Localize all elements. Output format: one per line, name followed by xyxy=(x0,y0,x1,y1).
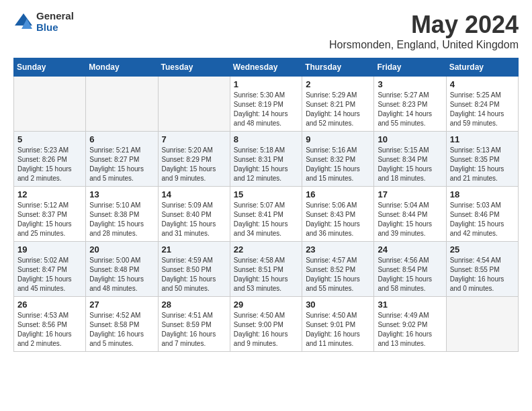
day-number: 16 xyxy=(306,189,370,199)
calendar-cell: 24Sunrise: 4:56 AMSunset: 8:54 PMDayligh… xyxy=(374,242,446,297)
calendar-cell: 3Sunrise: 5:27 AMSunset: 8:23 PMDaylight… xyxy=(374,77,446,132)
day-number: 10 xyxy=(378,134,442,144)
calendar-cell: 13Sunrise: 5:10 AMSunset: 8:38 PMDayligh… xyxy=(86,187,158,242)
day-header-sunday: Sunday xyxy=(14,58,86,77)
calendar-cell: 9Sunrise: 5:16 AMSunset: 8:32 PMDaylight… xyxy=(302,132,374,187)
day-number: 2 xyxy=(306,79,370,89)
calendar-cell: 30Sunrise: 4:50 AMSunset: 9:01 PMDayligh… xyxy=(302,297,374,352)
day-number: 26 xyxy=(17,300,82,310)
calendar-table: SundayMondayTuesdayWednesdayThursdayFrid… xyxy=(13,58,519,352)
day-number: 9 xyxy=(306,134,370,144)
day-info: Sunrise: 4:51 AMSunset: 8:59 PMDaylight:… xyxy=(162,311,226,349)
week-row-3: 12Sunrise: 5:12 AMSunset: 8:37 PMDayligh… xyxy=(14,187,519,242)
calendar-cell: 15Sunrise: 5:07 AMSunset: 8:41 PMDayligh… xyxy=(230,187,302,242)
calendar-cell: 11Sunrise: 5:13 AMSunset: 8:35 PMDayligh… xyxy=(446,132,518,187)
svg-marker-0 xyxy=(15,13,32,26)
week-row-1: 1Sunrise: 5:30 AMSunset: 8:19 PMDaylight… xyxy=(14,77,519,132)
day-number: 5 xyxy=(17,134,82,144)
calendar-cell: 14Sunrise: 5:09 AMSunset: 8:40 PMDayligh… xyxy=(158,187,230,242)
day-number: 30 xyxy=(306,300,370,310)
day-info: Sunrise: 5:12 AMSunset: 8:37 PMDaylight:… xyxy=(17,201,82,238)
calendar-header: SundayMondayTuesdayWednesdayThursdayFrid… xyxy=(14,58,519,77)
day-info: Sunrise: 5:16 AMSunset: 8:32 PMDaylight:… xyxy=(306,146,370,183)
day-info: Sunrise: 5:21 AMSunset: 8:27 PMDaylight:… xyxy=(89,146,154,183)
calendar-cell: 16Sunrise: 5:06 AMSunset: 8:43 PMDayligh… xyxy=(302,187,374,242)
calendar-cell: 23Sunrise: 4:57 AMSunset: 8:52 PMDayligh… xyxy=(302,242,374,297)
main-title: May 2024 xyxy=(329,11,519,39)
week-row-4: 19Sunrise: 5:02 AMSunset: 8:47 PMDayligh… xyxy=(14,242,519,297)
day-header-thursday: Thursday xyxy=(302,58,374,77)
calendar-cell: 1Sunrise: 5:30 AMSunset: 8:19 PMDaylight… xyxy=(230,77,302,132)
subtitle: Horsmonden, England, United Kingdom xyxy=(329,39,519,51)
page-header: General Blue May 2024 Horsmonden, Englan… xyxy=(13,11,519,51)
day-number: 22 xyxy=(234,244,298,255)
day-info: Sunrise: 4:49 AMSunset: 9:02 PMDaylight:… xyxy=(378,311,442,349)
day-number: 31 xyxy=(378,300,442,310)
day-number: 24 xyxy=(378,244,442,255)
calendar-cell: 19Sunrise: 5:02 AMSunset: 8:47 PMDayligh… xyxy=(14,242,86,297)
calendar-cell: 22Sunrise: 4:58 AMSunset: 8:51 PMDayligh… xyxy=(230,242,302,297)
day-info: Sunrise: 5:23 AMSunset: 8:26 PMDaylight:… xyxy=(17,146,82,183)
day-info: Sunrise: 5:15 AMSunset: 8:34 PMDaylight:… xyxy=(378,146,442,183)
calendar-cell xyxy=(14,77,86,132)
logo-icon xyxy=(13,12,34,32)
week-row-5: 26Sunrise: 4:53 AMSunset: 8:56 PMDayligh… xyxy=(14,297,519,352)
logo-blue-label: Blue xyxy=(36,22,74,34)
day-info: Sunrise: 4:57 AMSunset: 8:52 PMDaylight:… xyxy=(306,256,370,293)
day-info: Sunrise: 4:58 AMSunset: 8:51 PMDaylight:… xyxy=(234,256,298,293)
day-header-friday: Friday xyxy=(374,58,446,77)
calendar-cell: 31Sunrise: 4:49 AMSunset: 9:02 PMDayligh… xyxy=(374,297,446,352)
day-info: Sunrise: 5:13 AMSunset: 8:35 PMDaylight:… xyxy=(450,146,515,183)
calendar-cell: 6Sunrise: 5:21 AMSunset: 8:27 PMDaylight… xyxy=(86,132,158,187)
day-info: Sunrise: 5:00 AMSunset: 8:48 PMDaylight:… xyxy=(89,256,154,293)
day-header-wednesday: Wednesday xyxy=(230,58,302,77)
calendar-cell xyxy=(158,77,230,132)
day-number: 3 xyxy=(378,79,442,89)
calendar-cell: 29Sunrise: 4:50 AMSunset: 9:00 PMDayligh… xyxy=(230,297,302,352)
calendar-cell: 4Sunrise: 5:25 AMSunset: 8:24 PMDaylight… xyxy=(446,77,518,132)
day-number: 29 xyxy=(234,300,298,310)
day-info: Sunrise: 5:27 AMSunset: 8:23 PMDaylight:… xyxy=(378,91,442,128)
calendar-cell: 20Sunrise: 5:00 AMSunset: 8:48 PMDayligh… xyxy=(86,242,158,297)
logo: General Blue xyxy=(13,11,74,33)
week-row-2: 5Sunrise: 5:23 AMSunset: 8:26 PMDaylight… xyxy=(14,132,519,187)
day-number: 4 xyxy=(450,79,515,89)
logo-text: General Blue xyxy=(36,11,74,33)
day-info: Sunrise: 5:30 AMSunset: 8:19 PMDaylight:… xyxy=(234,91,298,128)
calendar-cell: 18Sunrise: 5:03 AMSunset: 8:46 PMDayligh… xyxy=(446,187,518,242)
day-number: 12 xyxy=(17,189,82,199)
day-info: Sunrise: 5:04 AMSunset: 8:44 PMDaylight:… xyxy=(378,201,442,238)
day-info: Sunrise: 4:52 AMSunset: 8:58 PMDaylight:… xyxy=(89,311,154,349)
day-number: 17 xyxy=(378,189,442,199)
day-info: Sunrise: 4:50 AMSunset: 9:01 PMDaylight:… xyxy=(306,311,370,349)
calendar-cell: 10Sunrise: 5:15 AMSunset: 8:34 PMDayligh… xyxy=(374,132,446,187)
calendar-cell: 21Sunrise: 4:59 AMSunset: 8:50 PMDayligh… xyxy=(158,242,230,297)
day-header-tuesday: Tuesday xyxy=(158,58,230,77)
day-number: 19 xyxy=(17,244,82,255)
day-info: Sunrise: 5:10 AMSunset: 8:38 PMDaylight:… xyxy=(89,201,154,238)
calendar-cell: 12Sunrise: 5:12 AMSunset: 8:37 PMDayligh… xyxy=(14,187,86,242)
day-number: 13 xyxy=(89,189,154,199)
day-number: 11 xyxy=(450,134,515,144)
day-info: Sunrise: 5:06 AMSunset: 8:43 PMDaylight:… xyxy=(306,201,370,238)
day-number: 23 xyxy=(306,244,370,255)
day-info: Sunrise: 4:53 AMSunset: 8:56 PMDaylight:… xyxy=(17,311,82,349)
day-number: 20 xyxy=(89,244,154,255)
calendar-cell: 28Sunrise: 4:51 AMSunset: 8:59 PMDayligh… xyxy=(158,297,230,352)
day-info: Sunrise: 5:18 AMSunset: 8:31 PMDaylight:… xyxy=(234,146,298,183)
day-number: 6 xyxy=(89,134,154,144)
day-number: 18 xyxy=(450,189,515,199)
day-info: Sunrise: 4:59 AMSunset: 8:50 PMDaylight:… xyxy=(162,256,226,293)
calendar-cell: 27Sunrise: 4:52 AMSunset: 8:58 PMDayligh… xyxy=(86,297,158,352)
calendar-cell xyxy=(446,297,518,352)
logo-general-label: General xyxy=(36,11,74,22)
day-number: 1 xyxy=(234,79,298,89)
day-number: 7 xyxy=(162,134,226,144)
calendar-cell: 7Sunrise: 5:20 AMSunset: 8:29 PMDaylight… xyxy=(158,132,230,187)
calendar-cell: 2Sunrise: 5:29 AMSunset: 8:21 PMDaylight… xyxy=(302,77,374,132)
day-info: Sunrise: 5:25 AMSunset: 8:24 PMDaylight:… xyxy=(450,91,515,128)
day-number: 15 xyxy=(234,189,298,199)
day-info: Sunrise: 4:54 AMSunset: 8:55 PMDaylight:… xyxy=(450,256,515,293)
day-info: Sunrise: 4:50 AMSunset: 9:00 PMDaylight:… xyxy=(234,311,298,349)
day-info: Sunrise: 5:03 AMSunset: 8:46 PMDaylight:… xyxy=(450,201,515,238)
